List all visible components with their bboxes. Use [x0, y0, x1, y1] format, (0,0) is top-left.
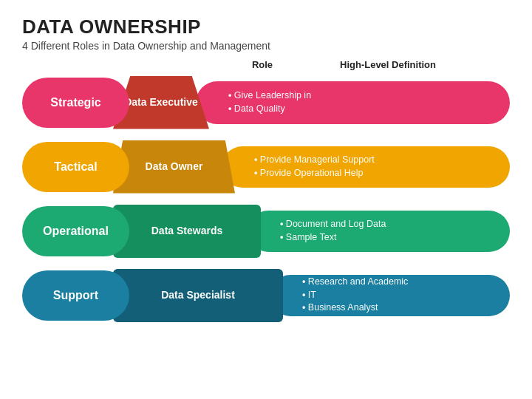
definition-item: Data Quality: [228, 103, 311, 116]
definition-item: Research and Academic: [302, 276, 408, 289]
tier-row-operational: OperationalData StewardsDocument and Log…: [22, 202, 510, 261]
center-label-strategic: Data Executive: [121, 93, 201, 112]
left-label-operational: Operational: [22, 206, 129, 256]
center-badge-tactical: Data Owner: [113, 140, 235, 194]
center-badge-operational: Data Stewards: [113, 205, 261, 258]
left-label-strategic: Strategic: [22, 78, 129, 128]
definition-item: Business Analyst: [302, 301, 408, 315]
tier-row-support: SupportData SpecialistResearch and Acade…: [22, 266, 510, 325]
definition-item: Document and Log Data: [280, 218, 386, 231]
definition-item: Give Leadership in: [228, 89, 311, 103]
definition-item: Provide Managerial Support: [254, 154, 375, 167]
left-label-support: Support: [22, 270, 129, 321]
header-role: Role: [192, 59, 332, 70]
center-label-operational: Data Stewards: [149, 222, 225, 240]
definition-item: Provide Operational Help: [254, 167, 375, 180]
tier-row-strategic: StrategicData ExecutiveGive Leadership i…: [22, 73, 510, 132]
definition-item: IT: [302, 289, 408, 302]
tiers-container: StrategicData ExecutiveGive Leadership i…: [22, 73, 510, 392]
page-title: DATA OWNERSHIP: [22, 16, 510, 38]
page-subtitle: 4 Different Roles in Data Ownership and …: [22, 40, 510, 52]
right-desc-operational: Document and Log DataSample Text: [248, 211, 510, 252]
left-label-tactical: Tactical: [22, 142, 129, 192]
column-headers: Role High-Level Definition: [22, 59, 510, 70]
center-label-tactical: Data Owner: [143, 157, 206, 176]
right-desc-support: Research and AcademicITBusiness Analyst: [270, 275, 510, 316]
tier-row-tactical: TacticalData OwnerProvide Managerial Sup…: [22, 137, 510, 197]
center-badge-support: Data Specialist: [113, 269, 283, 322]
right-desc-strategic: Give Leadership inData Quality: [196, 81, 510, 124]
right-desc-tactical: Provide Managerial SupportProvide Operat…: [222, 146, 510, 188]
page: DATA OWNERSHIP 4 Different Roles in Data…: [0, 0, 532, 399]
definition-item: Sample Text: [280, 231, 386, 245]
header-definition: High-Level Definition: [340, 59, 502, 70]
center-label-support: Data Specialist: [158, 286, 238, 304]
